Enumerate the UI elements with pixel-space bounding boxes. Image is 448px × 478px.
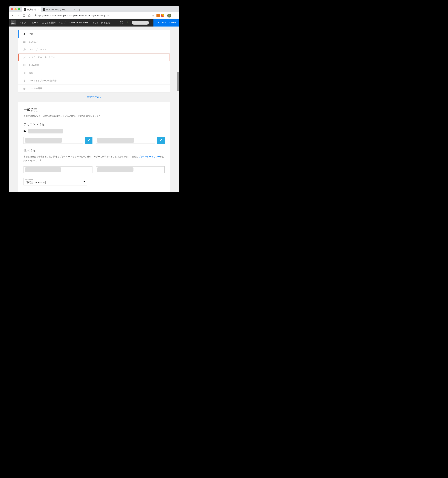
url-field[interactable]: epicgames.com/account/personal?productNa… xyxy=(33,14,149,17)
key-icon xyxy=(23,56,26,59)
scrollbar-thumb[interactable] xyxy=(177,72,179,91)
last-name-field[interactable] xyxy=(24,166,93,173)
display-name-field-wrap xyxy=(24,137,93,144)
sidebar-item-marketplace-seller[interactable]: マーケットプレースの販売者 xyxy=(18,77,170,85)
extension-metamask-icon[interactable] xyxy=(157,14,160,17)
sidebar-item-label: トランザクション xyxy=(29,48,46,51)
checklist-icon xyxy=(23,64,26,67)
privacy-policy-link[interactable]: プライバシーポリシー xyxy=(139,155,160,158)
address-bar: epicgames.com/account/personal?productNa… xyxy=(9,12,179,19)
get-epic-games-button[interactable]: GET EPIC GAMES xyxy=(153,19,179,26)
tab-title: Epic Games | サービス利用規約 xyxy=(46,8,71,11)
account-id-value-redacted xyxy=(28,129,63,133)
page-subtitle: 名前や連絡先など、Epic Gamesに提供しているアカウント情報を管理しましょ… xyxy=(24,114,164,117)
account-page: 全般 お支払い トランザクション パスワード & セキュリティ EULA履歴 xyxy=(9,26,179,192)
sidebar-item-label: お支払い xyxy=(29,40,38,43)
profile-avatar[interactable] xyxy=(167,14,171,18)
language-globe-icon[interactable] xyxy=(120,21,123,24)
account-info-heading: アカウント情報 xyxy=(24,122,164,126)
sidebar-item-password-security[interactable]: パスワード & セキュリティ xyxy=(18,54,170,61)
gift-icon xyxy=(23,87,26,90)
nav-news[interactable]: ニュース xyxy=(30,21,39,24)
sidebar-item-label: コードの利用 xyxy=(29,87,42,90)
edit-display-name-button[interactable] xyxy=(85,137,93,144)
separator xyxy=(166,14,166,17)
home-button[interactable] xyxy=(28,13,32,18)
seller-icon xyxy=(23,79,26,82)
favicon-icon: E xyxy=(24,8,26,11)
titlebar: E 個人情報 × E Epic Games | サービス利用規約 × + xyxy=(9,6,179,12)
id-label: ID: xyxy=(24,130,26,132)
sidebar-item-connections[interactable]: 接続 xyxy=(18,69,170,77)
sidebar-item-eula-history[interactable]: EULA履歴 xyxy=(18,61,170,69)
new-tab-button[interactable]: + xyxy=(78,8,81,12)
general-settings-card: 一般設定 名前や連絡先など、Epic Gamesに提供しているアカウント情報を管… xyxy=(18,102,170,192)
account-fields-row xyxy=(24,137,164,144)
cta-label: GET EPIC GAMES xyxy=(156,21,177,24)
back-button[interactable] xyxy=(11,13,15,18)
redacted-value xyxy=(97,167,133,172)
minimize-window-button[interactable] xyxy=(14,8,17,10)
account-id-row: ID: xyxy=(24,129,164,133)
redacted-value xyxy=(25,167,61,172)
lock-icon xyxy=(35,14,37,17)
close-window-button[interactable] xyxy=(11,8,13,10)
reload-button[interactable] xyxy=(22,13,26,18)
close-tab-icon[interactable]: × xyxy=(74,8,75,11)
share-icon xyxy=(23,72,26,75)
sidebar-item-label: EULA履歴 xyxy=(29,64,39,67)
favicon-icon: E xyxy=(43,8,45,11)
email-field-wrap xyxy=(96,137,164,144)
tab-tos[interactable]: E Epic Games | サービス利用規約 × xyxy=(41,7,77,12)
personal-info-heading: 個人情報 xyxy=(24,148,164,152)
extension-google-icon[interactable] xyxy=(161,14,164,17)
browser-window: E 個人情報 × E Epic Games | サービス利用規約 × + epi… xyxy=(9,6,179,192)
epic-logo[interactable]: EPICGAMES xyxy=(11,20,16,25)
search-pill[interactable] xyxy=(132,21,149,25)
redacted-value xyxy=(97,138,134,143)
name-fields-row xyxy=(24,166,164,173)
select-label: 使用言語 * xyxy=(25,179,85,181)
bookmark-star-icon[interactable]: ☆ xyxy=(151,13,155,18)
tab-personal-info[interactable]: E 個人情報 × xyxy=(22,7,41,12)
sidebar-item-label: 全般 xyxy=(29,32,33,36)
sidebar-item-label: 接続 xyxy=(29,71,33,75)
sidebar-item-label: マーケットプレースの販売者 xyxy=(29,79,57,82)
nav-community-rules[interactable]: コミュニティ規定 xyxy=(92,21,110,24)
first-name-field[interactable] xyxy=(96,166,164,173)
tab-strip: E 個人情報 × E Epic Games | サービス利用規約 × + xyxy=(22,6,81,12)
tab-title: 個人情報 xyxy=(27,8,36,11)
display-name-field[interactable] xyxy=(24,137,83,144)
maximize-window-button[interactable] xyxy=(18,8,20,10)
nav-store[interactable]: ストア xyxy=(19,21,26,24)
help-link-wrap: お困りですか？ xyxy=(18,93,170,102)
language-select[interactable]: 使用言語 * 日本語 [Japanese] ▾ xyxy=(24,178,87,185)
forward-button[interactable] xyxy=(16,13,20,18)
window-controls xyxy=(11,8,20,10)
page-content: EPICGAMES ストア ニュース よくある質問 ヘルプ UNREAL ENG… xyxy=(9,19,179,192)
sidebar-item-redeem-code[interactable]: コードの利用 xyxy=(18,85,170,93)
sidebar-item-general[interactable]: 全般 xyxy=(18,30,170,38)
nav-faq[interactable]: よくある質問 xyxy=(42,21,56,24)
account-sidebar: 全般 お支払い トランザクション パスワード & セキュリティ EULA履歴 xyxy=(18,30,170,93)
sidebar-item-payment[interactable]: お支払い xyxy=(18,38,170,46)
chevron-down-icon: ▾ xyxy=(83,180,85,183)
close-tab-icon[interactable]: × xyxy=(38,8,40,11)
edit-email-button[interactable] xyxy=(157,137,164,144)
nav-help[interactable]: ヘルプ xyxy=(59,21,66,24)
history-icon xyxy=(23,48,26,51)
page-title: 一般設定 xyxy=(24,107,164,112)
sidebar-item-transactions[interactable]: トランザクション xyxy=(18,46,170,54)
sidebar-item-label: パスワード & セキュリティ xyxy=(29,56,55,59)
browser-menu-button[interactable]: ⋮ xyxy=(173,14,177,17)
payment-icon xyxy=(23,40,26,43)
email-field[interactable] xyxy=(96,137,155,144)
desc-text-1: 名前と連絡先を管理する。個人情報はプライベートなものであり、他のユーザーに表示さ… xyxy=(24,155,139,158)
help-link[interactable]: お困りですか？ xyxy=(87,96,101,98)
lock-icon xyxy=(40,159,42,163)
select-value: 日本語 [Japanese] xyxy=(25,181,85,184)
nav-unreal-engine[interactable]: UNREAL ENGINE xyxy=(69,21,88,24)
url-text: epicgames.com/account/personal?productNa… xyxy=(38,14,108,17)
user-status-icon[interactable] xyxy=(126,21,129,24)
site-top-nav: EPICGAMES ストア ニュース よくある質問 ヘルプ UNREAL ENG… xyxy=(9,19,179,26)
